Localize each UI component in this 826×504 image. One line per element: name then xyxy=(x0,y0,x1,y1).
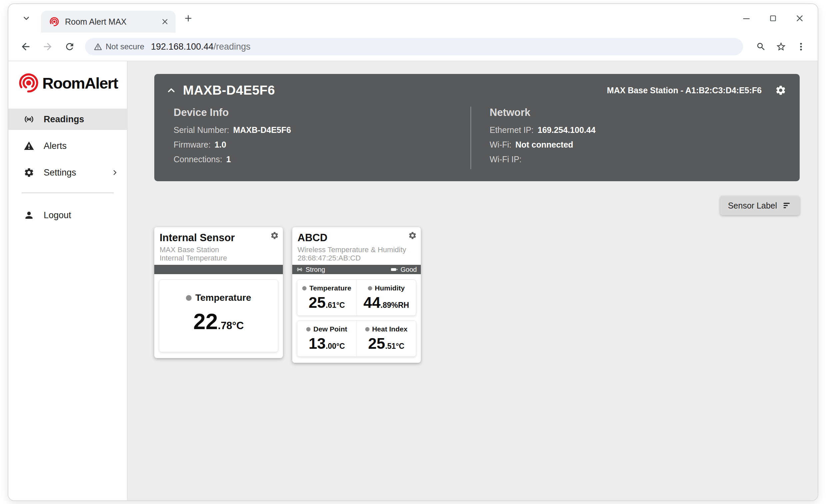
wifi-label: Wi-Fi: xyxy=(490,140,512,149)
reading-dot-icon xyxy=(368,286,372,291)
reading-panel-row1: Temperature 25.61°C Humidity 44.89%RH xyxy=(297,279,416,316)
window-controls xyxy=(733,8,813,29)
collapse-button[interactable] xyxy=(164,83,179,98)
sensor-card-body: Temperature 22.78°C xyxy=(154,274,283,358)
sensor-status-bar xyxy=(154,265,283,274)
sensor-subtitle-line1: MAX Base Station xyxy=(160,246,277,254)
firmware-label: Firmware: xyxy=(174,140,211,149)
forward-button[interactable] xyxy=(39,38,56,55)
reading-cell-temperature: Temperature 25.61°C xyxy=(297,280,357,315)
chevron-up-icon xyxy=(166,85,177,96)
reading-label-row: Dew Point xyxy=(297,325,357,333)
sensor-subtitle-line1: Wireless Temperature & Humidity xyxy=(298,246,415,254)
person-icon xyxy=(23,210,35,220)
page-content: RoomAlert Readings xyxy=(8,61,818,500)
alert-triangle-icon xyxy=(23,140,35,151)
sidebar-item-label: Settings xyxy=(44,168,76,178)
back-button[interactable] xyxy=(17,38,34,55)
sidebar-item-label: Readings xyxy=(44,114,84,125)
sensor-label-sort-button[interactable]: Sensor Label xyxy=(720,196,800,215)
minimize-button[interactable] xyxy=(733,8,760,29)
reading-label-row: Temperature xyxy=(297,284,357,292)
battery-status: Good xyxy=(391,266,417,273)
plus-icon xyxy=(184,14,193,23)
reading-value-int: 25 xyxy=(368,335,385,352)
sidebar-item-alerts[interactable]: Alerts xyxy=(8,135,127,156)
sensor-subtitle-line2: Internal Temperature xyxy=(160,254,277,262)
reading-value-unit: .51°C xyxy=(385,342,405,351)
reload-icon xyxy=(64,41,75,52)
sort-button-label: Sensor Label xyxy=(728,201,777,210)
close-icon xyxy=(795,14,804,23)
device-card-body: Device Info Serial Number: MAXB-D4E5F6 F… xyxy=(154,102,800,169)
sensor-name: ABCD xyxy=(298,232,415,244)
connections-row: Connections: 1 xyxy=(174,154,470,164)
sidebar-item-label: Alerts xyxy=(44,141,67,151)
ethernet-ip-value: 169.254.100.44 xyxy=(538,125,596,135)
address-bar[interactable]: Not secure 192.168.100.44/readings xyxy=(85,38,743,55)
reading-label: Temperature xyxy=(195,293,251,303)
browser-menu-button[interactable] xyxy=(792,38,810,55)
reading-value: 22.78°C xyxy=(163,310,275,332)
zoom-button[interactable] xyxy=(752,38,770,55)
bookmark-button[interactable] xyxy=(772,38,790,55)
toolbar-actions xyxy=(750,38,810,55)
reload-button[interactable] xyxy=(61,38,78,55)
new-tab-button[interactable] xyxy=(180,10,196,26)
magnifier-icon xyxy=(756,42,766,52)
readings-broadcast-icon xyxy=(23,114,35,125)
gear-icon xyxy=(23,167,35,178)
star-icon xyxy=(776,41,786,52)
brand-part2: Alert xyxy=(84,74,118,92)
reading-value: 25.61°C xyxy=(297,295,357,310)
sidebar-item-logout[interactable]: Logout xyxy=(8,204,127,226)
wifi-ip-label: Wi-Fi IP: xyxy=(490,154,522,164)
sort-row: Sensor Label xyxy=(154,196,800,215)
sensor-settings-button[interactable] xyxy=(408,231,417,240)
reading-label: Temperature xyxy=(309,284,351,292)
connections-label: Connections: xyxy=(174,154,222,164)
reading-label-row: Temperature xyxy=(163,293,275,303)
reading-cell-humidity: Humidity 44.89%RH xyxy=(357,280,416,315)
sensor-settings-button[interactable] xyxy=(270,231,279,240)
tab-favicon-roomalert-icon xyxy=(49,16,60,27)
firmware-value: 1.0 xyxy=(215,140,226,149)
device-info-heading: Device Info xyxy=(174,107,470,119)
reading-label: Dew Point xyxy=(313,325,347,333)
device-settings-button[interactable] xyxy=(773,83,788,98)
signal-strength-icon xyxy=(296,266,303,273)
browser-tab[interactable]: Room Alert MAX xyxy=(41,11,176,33)
wifi-row: Wi-Fi: Not connected xyxy=(490,140,787,149)
wifi-ip-row: Wi-Fi IP: xyxy=(490,154,787,164)
sensor-name: Internal Sensor xyxy=(160,232,277,244)
reading-label-row: Humidity xyxy=(357,284,416,292)
sidebar-divider xyxy=(22,193,114,193)
window-close-button[interactable] xyxy=(786,8,813,29)
roomalert-logo[interactable]: RoomAlert xyxy=(8,71,127,94)
sidebar-item-settings[interactable]: Settings xyxy=(8,162,127,183)
sensor-card-header: ABCD Wireless Temperature & Humidity 28:… xyxy=(292,227,421,265)
tab-title: Room Alert MAX xyxy=(65,17,154,27)
maximize-icon xyxy=(769,14,777,22)
maximize-button[interactable] xyxy=(760,8,786,29)
network-section: Network Ethernet IP: 169.254.100.44 Wi-F… xyxy=(470,107,787,169)
tab-search-button[interactable] xyxy=(18,10,34,26)
reading-label: Humidity xyxy=(375,284,405,292)
serial-number-row: Serial Number: MAXB-D4E5F6 xyxy=(174,125,470,135)
device-card: MAXB-D4E5F6 MAX Base Station - A1:B2:C3:… xyxy=(154,74,800,181)
sidebar-item-readings[interactable]: Readings xyxy=(8,109,127,130)
arrow-right-icon xyxy=(42,41,53,52)
tab-close-button[interactable] xyxy=(159,16,171,28)
reading-value: 44.89%RH xyxy=(357,295,416,310)
reading-value-unit: .89%RH xyxy=(380,301,409,309)
reading-cell-dew-point: Dew Point 13.00°C xyxy=(297,321,357,357)
sensor-subtitle-line2: 28:68:47:25:AB:CD xyxy=(298,254,415,262)
reading-value-int: 22 xyxy=(193,309,218,334)
url-path: /readings xyxy=(214,42,250,52)
device-header-right: MAX Base Station - A1:B2:C3:D4:E5:F6 xyxy=(607,83,788,98)
chevron-right-icon xyxy=(111,169,119,177)
device-info-section: Device Info Serial Number: MAXB-D4E5F6 F… xyxy=(154,107,470,169)
signal-strength-label: Strong xyxy=(305,266,325,273)
url-host: 192.168.100.44 xyxy=(151,42,214,52)
battery-level-label: Good xyxy=(401,266,417,273)
